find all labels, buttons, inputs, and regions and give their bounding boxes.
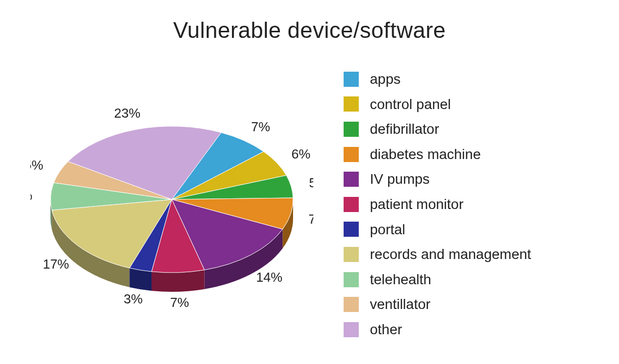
- legend-label: defibrillator: [370, 121, 439, 138]
- chart-title: Vulnerable device/software: [0, 18, 619, 43]
- legend-item: control panel: [344, 96, 596, 113]
- pie-slice-label: 14%: [256, 270, 282, 285]
- pie-slice-label: 7%: [170, 295, 189, 310]
- pie-slice-label: 23%: [114, 106, 140, 121]
- legend-swatch: [344, 147, 359, 162]
- legend-swatch: [344, 272, 359, 287]
- legend-label: records and management: [370, 246, 531, 263]
- legend-label: portal: [370, 221, 405, 238]
- legend-item: telehealth: [344, 271, 596, 288]
- legend-label: diabetes machine: [370, 146, 481, 163]
- legend-item: other: [344, 321, 596, 338]
- pie-slice-label: 5%: [30, 158, 43, 173]
- legend-label: patient monitor: [370, 196, 463, 213]
- legend-swatch: [344, 247, 359, 262]
- legend-label: other: [370, 321, 402, 338]
- legend-item: patient monitor: [344, 196, 596, 213]
- legend-swatch: [344, 322, 359, 337]
- legend-swatch: [344, 72, 359, 87]
- legend-item: portal: [344, 221, 596, 238]
- pie-chart: 7%6%5%7%14%7%3%17%6%5%23%: [30, 71, 313, 313]
- legend-swatch: [344, 172, 359, 187]
- legend-swatch: [344, 197, 359, 212]
- legend-swatch: [344, 122, 359, 137]
- legend-item: apps: [344, 71, 596, 88]
- legend-swatch: [344, 297, 359, 312]
- legend-item: ventillator: [344, 296, 596, 313]
- legend-item: defibrillator: [344, 121, 596, 138]
- legend-label: ventillator: [370, 296, 431, 313]
- legend-label: telehealth: [370, 271, 431, 288]
- legend-label: IV pumps: [370, 171, 430, 188]
- pie-slice-label: 3%: [124, 291, 143, 306]
- legend-item: records and management: [344, 246, 596, 263]
- legend-swatch: [344, 96, 359, 112]
- pie-slice-label: 5%: [309, 175, 313, 190]
- legend-swatch: [344, 222, 359, 237]
- legend-item: IV pumps: [344, 171, 596, 188]
- pie-slice-label: 7%: [308, 212, 313, 227]
- pie-slice-label: 17%: [43, 256, 69, 272]
- pie-slice-label: 6%: [30, 188, 32, 203]
- legend-label: apps: [370, 71, 401, 88]
- legend-label: control panel: [370, 96, 451, 113]
- pie-slice-label: 7%: [251, 119, 270, 134]
- legend-item: diabetes machine: [344, 146, 596, 163]
- pie-slice-label: 6%: [292, 146, 311, 162]
- chart-legend: appscontrol paneldefibrillatordiabetes m…: [344, 71, 596, 346]
- pie-slice-side: [152, 270, 205, 292]
